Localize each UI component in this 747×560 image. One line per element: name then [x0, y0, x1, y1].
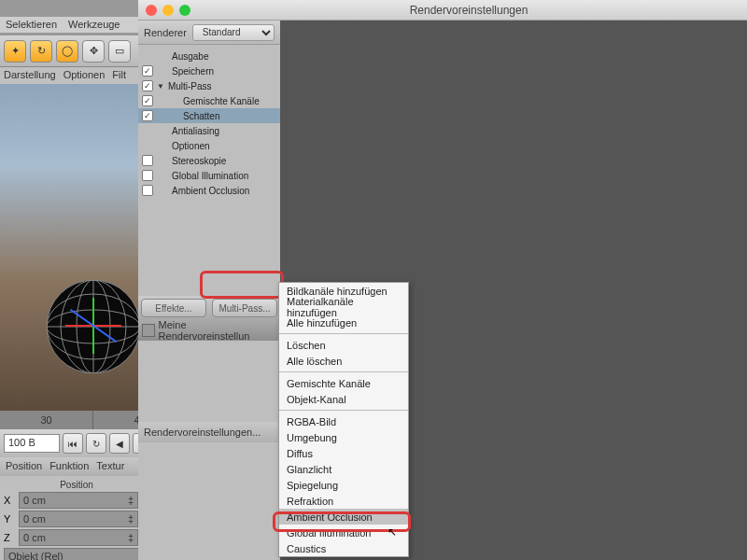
- preset-bar[interactable]: Meine Rendervoreinstellun: [138, 320, 280, 341]
- ctx-environment[interactable]: Umgebung: [279, 429, 408, 445]
- tree-shadow[interactable]: Schatten: [183, 111, 219, 121]
- tree-mixed-channels[interactable]: Gemischte Kanäle: [183, 96, 260, 106]
- refresh-button[interactable]: ↻: [86, 433, 106, 454]
- ctx-rgba[interactable]: RGBA-Bild: [279, 413, 408, 429]
- window-titlebar: Rendervoreinstellungen: [138, 0, 747, 21]
- tree-antialias[interactable]: Antialiasing: [172, 126, 219, 136]
- pos-x-field[interactable]: 0 cm‡: [19, 492, 138, 509]
- chk-ao[interactable]: [142, 185, 153, 196]
- ctx-caustics[interactable]: Caustics: [279, 540, 408, 556]
- tool-live[interactable]: ✦: [4, 40, 26, 63]
- bottom-presets[interactable]: Rendervoreinstellungen...: [138, 422, 280, 442]
- ctx-object-channel[interactable]: Objekt-Kanal: [279, 391, 408, 407]
- header-position: Position: [4, 480, 149, 490]
- chk-multipass[interactable]: ✓: [142, 80, 153, 91]
- tab-filter[interactable]: Filt: [112, 69, 126, 82]
- go-start-button[interactable]: ⏮: [63, 433, 83, 454]
- pos-z-field[interactable]: 0 cm‡: [19, 529, 138, 546]
- ctx-sep: [279, 371, 408, 372]
- tree-save[interactable]: Speichern: [172, 66, 214, 77]
- ctx-delete[interactable]: Löschen: [279, 337, 408, 353]
- ctx-ambient-occlusion[interactable]: Ambient Occlusion: [279, 509, 408, 525]
- step-back-button[interactable]: ◀: [109, 433, 130, 454]
- tab-display[interactable]: Darstellung: [4, 69, 56, 82]
- chk-gi[interactable]: [142, 170, 153, 181]
- tool-scale[interactable]: ◯: [56, 40, 78, 63]
- menu-select[interactable]: Selektieren: [6, 19, 57, 31]
- pos-y-field[interactable]: 0 cm‡: [19, 511, 138, 527]
- tree-ao[interactable]: Ambient Occlusion: [172, 186, 249, 196]
- multipass-button[interactable]: Multi-Pass...: [212, 299, 277, 317]
- tool-move[interactable]: ✥: [82, 40, 105, 63]
- menu-tools[interactable]: Werkzeuge: [68, 19, 120, 31]
- close-icon[interactable]: [146, 5, 157, 16]
- ctx-specular[interactable]: Glanzlicht: [279, 461, 408, 477]
- ctx-delete-all[interactable]: Alle löschen: [279, 353, 408, 369]
- gear-icon[interactable]: [142, 324, 155, 337]
- tab-position[interactable]: Position: [6, 460, 42, 473]
- object-mode-select[interactable]: Objekt (Rel): [4, 548, 149, 560]
- ctx-refraction[interactable]: Refraktion: [279, 493, 408, 509]
- render-tree: Ausgabe ✓Speichern ✓▼Multi-Pass ✓Gemisch…: [138, 45, 280, 202]
- renderer-select[interactable]: Standard: [192, 24, 275, 41]
- ctx-sep: [279, 410, 408, 411]
- chk-mixed[interactable]: ✓: [142, 95, 153, 106]
- view-tabbar: Darstellung Optionen Filt: [0, 67, 138, 84]
- tree-output[interactable]: Ausgabe: [172, 51, 208, 62]
- menubar: Selektieren Werkzeuge: [0, 17, 138, 34]
- minimize-icon[interactable]: [162, 5, 174, 16]
- preset-label: Meine Rendervoreinstellun: [159, 319, 276, 342]
- window-title: Rendervoreinstellungen: [190, 4, 747, 17]
- tree-multipass[interactable]: Multi-Pass: [168, 81, 212, 91]
- tree-options[interactable]: Optionen: [172, 141, 210, 151]
- ctx-reflection[interactable]: Spiegelung: [279, 477, 408, 493]
- tab-function[interactable]: Funktion: [49, 460, 89, 473]
- effects-button[interactable]: Effekte...: [141, 299, 206, 317]
- render-settings-panel: Renderer Standard Ausgabe ✓Speichern ✓▼M…: [138, 21, 747, 560]
- ctx-diffuse[interactable]: Diffus: [279, 445, 408, 461]
- render-sidebar: Renderer Standard Ausgabe ✓Speichern ✓▼M…: [138, 21, 280, 560]
- tree-stereo[interactable]: Stereoskopie: [172, 156, 226, 166]
- ctx-mixed-channels[interactable]: Gemischte Kanäle: [279, 375, 408, 391]
- chk-shadow[interactable]: ✓: [142, 110, 153, 121]
- tab-texture[interactable]: Textur: [96, 460, 124, 473]
- ctx-global-illumination[interactable]: Global Illumination: [279, 525, 408, 540]
- multipass-context-menu: Bildkanäle hinzufügen Materialkanäle hin…: [278, 282, 409, 557]
- chk-save[interactable]: ✓: [142, 65, 153, 77]
- tool-rotate[interactable]: ↻: [30, 40, 52, 63]
- viewport[interactable]: [0, 84, 138, 411]
- tab-options[interactable]: Optionen: [63, 69, 106, 82]
- toolbar: ✦ ↻ ◯ ✥ ▭: [0, 35, 138, 67]
- zoom-icon[interactable]: [179, 5, 190, 16]
- frame-field[interactable]: 100 B: [4, 434, 60, 453]
- ctx-add-material-channels[interactable]: Materialkanäle hinzufügen: [279, 299, 408, 315]
- chk-stereo[interactable]: [142, 155, 153, 166]
- tool-select[interactable]: ▭: [108, 40, 131, 63]
- tree-gi[interactable]: Global Illumination: [172, 171, 248, 181]
- renderer-label: Renderer: [144, 27, 187, 38]
- ctx-sep: [279, 333, 408, 334]
